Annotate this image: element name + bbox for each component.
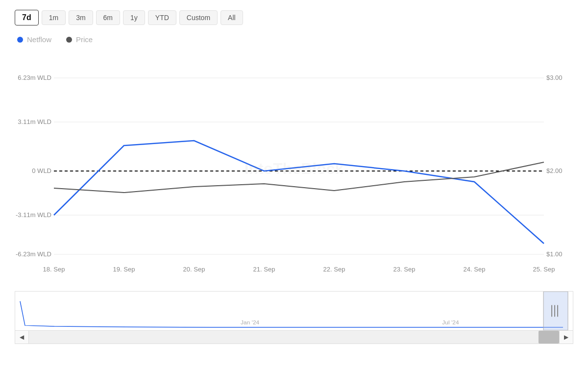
price-label: Price <box>76 35 93 44</box>
netflow-dot <box>17 37 23 43</box>
time-btn-7d[interactable]: 7d <box>15 10 39 25</box>
time-btn-6m[interactable]: 6m <box>96 10 120 25</box>
main-chart: IntoTheBlock 6.23m WLD 3.11m WLD 0 WLD -… <box>15 49 573 289</box>
scroll-track[interactable] <box>29 331 559 343</box>
svg-rect-24 <box>543 292 568 330</box>
mini-chart-svg: Jan '24 Jul '24 <box>15 292 573 330</box>
scrollbar[interactable]: ◀ ▶ <box>15 330 573 344</box>
chart-svg: 6.23m WLD 3.11m WLD 0 WLD -3.11m WLD -6.… <box>15 49 573 289</box>
svg-text:-6.23m WLD: -6.23m WLD <box>16 250 51 258</box>
time-btn-3m[interactable]: 3m <box>69 10 93 25</box>
svg-text:$1.00: $1.00 <box>546 250 563 258</box>
time-btn-custom[interactable]: Custom <box>179 10 218 25</box>
price-dot <box>66 37 72 43</box>
scroll-thumb[interactable] <box>539 331 559 343</box>
svg-text:$3.00: $3.00 <box>546 74 563 81</box>
svg-text:22. Sep: 22. Sep <box>323 266 345 273</box>
scroll-left-arrow[interactable]: ◀ <box>15 330 29 344</box>
time-btn-all[interactable]: All <box>220 10 243 25</box>
svg-text:23. Sep: 23. Sep <box>393 266 416 273</box>
svg-text:20. Sep: 20. Sep <box>183 266 205 273</box>
time-btn-ytd[interactable]: YTD <box>148 10 176 25</box>
svg-text:$2.00: $2.00 <box>546 167 563 174</box>
legend-netflow: Netflow <box>17 35 51 44</box>
legend-price: Price <box>66 35 93 44</box>
svg-text:Jul '24: Jul '24 <box>442 319 459 326</box>
svg-text:3.11m WLD: 3.11m WLD <box>18 118 51 125</box>
time-btn-1m[interactable]: 1m <box>42 10 66 25</box>
range-selector[interactable]: Jan '24 Jul '24 <box>15 291 573 330</box>
svg-text:18. Sep: 18. Sep <box>43 266 65 273</box>
svg-text:24. Sep: 24. Sep <box>464 266 486 273</box>
svg-text:6.23m WLD: 6.23m WLD <box>18 74 51 81</box>
scroll-right-arrow[interactable]: ▶ <box>559 330 573 344</box>
svg-text:21. Sep: 21. Sep <box>253 266 275 273</box>
netflow-label: Netflow <box>27 35 51 44</box>
svg-text:-3.11m WLD: -3.11m WLD <box>16 211 51 219</box>
time-range-selector: 7d 1m 3m 6m 1y YTD Custom All <box>15 10 573 25</box>
chart-legend: Netflow Price <box>15 35 573 44</box>
time-btn-1y[interactable]: 1y <box>123 10 145 25</box>
svg-text:Jan '24: Jan '24 <box>241 319 260 326</box>
svg-text:19. Sep: 19. Sep <box>113 266 135 273</box>
svg-text:25. Sep: 25. Sep <box>533 266 555 273</box>
svg-text:0 WLD: 0 WLD <box>32 167 51 174</box>
